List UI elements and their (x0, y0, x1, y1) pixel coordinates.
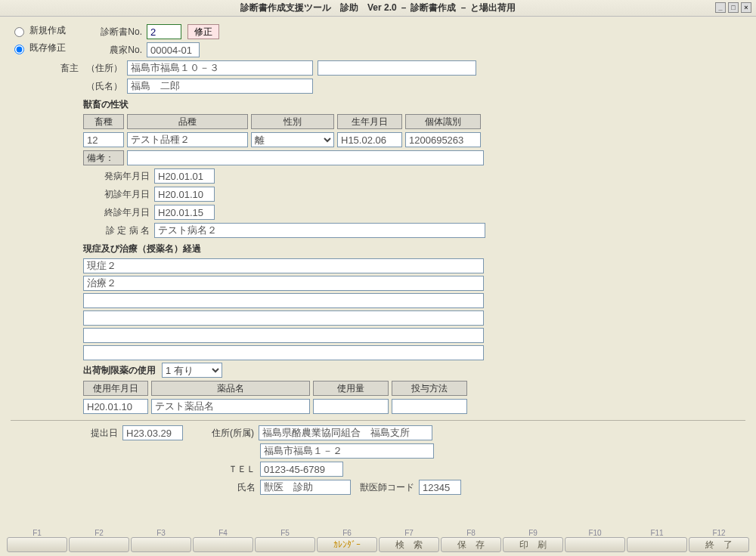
flabel: F1 (6, 529, 68, 537)
f2-button[interactable] (69, 537, 129, 552)
drug-name-input[interactable] (151, 399, 310, 414)
farmer-no-label: 農家No. (86, 44, 147, 57)
submit-tel-label: ＴＥＬ (184, 463, 260, 476)
owner-addr1-input[interactable] (127, 60, 313, 76)
footer: F1 F2 F3 F4 F5 F6 F7 F8 F9 F10 F11 F12 ｶ… (0, 529, 756, 556)
f9-print-button[interactable]: 印 刷 (503, 537, 563, 552)
submit-addr-label: 住所(所属) (183, 427, 259, 440)
flabel: F12 (688, 529, 750, 537)
submit-addr1-input[interactable] (259, 425, 432, 440)
first-input[interactable] (154, 187, 215, 202)
mode-new-label: 新規作成 (29, 24, 66, 37)
titlebar: 診断書作成支援ツール 診助 Ver 2.0 － 診断書作成 － と場出荷用 _ … (0, 0, 756, 17)
owner-label: 畜主 (11, 62, 83, 75)
diagnosis-input[interactable] (154, 223, 485, 238)
course-section-title: 現症及び治療（授薬名）経過 (83, 242, 745, 255)
maximize-icon[interactable]: □ (728, 2, 739, 13)
hdr-id: 個体識別 (405, 114, 481, 129)
onset-input[interactable] (154, 168, 215, 184)
owner-addr2-input[interactable] (318, 60, 476, 76)
minimize-icon[interactable]: _ (715, 2, 726, 13)
owner-name-input[interactable] (127, 79, 313, 94)
course-line-0[interactable] (83, 258, 484, 273)
f5-button[interactable] (255, 537, 315, 552)
hdr-drug-name: 薬品名 (151, 381, 310, 396)
flabel: F6 (316, 529, 378, 537)
close-icon[interactable]: × (741, 2, 751, 13)
owner-addr-label: （住所） (83, 62, 127, 75)
window-title: 診断書作成支援ツール 診助 Ver 2.0 － 診断書作成 － と場出荷用 (240, 2, 516, 14)
hdr-breed: 品種 (127, 114, 248, 129)
animal-breed-input[interactable] (127, 132, 248, 147)
course-line-1[interactable] (83, 276, 484, 291)
restricted-select[interactable]: 1 有り (162, 363, 222, 378)
flabel: F4 (192, 529, 254, 537)
hdr-method: 投与方法 (392, 381, 467, 396)
animal-remark-input[interactable] (127, 150, 484, 165)
animal-sex-select[interactable]: 離 (251, 132, 334, 147)
flabel: F9 (502, 529, 564, 537)
hdr-kind: 畜種 (83, 114, 124, 129)
flabel: F3 (130, 529, 192, 537)
mode-edit-label: 既存修正 (29, 42, 66, 54)
hdr-use-date: 使用年月日 (83, 381, 148, 396)
mode-edit-radio[interactable]: 既存修正 (11, 42, 86, 54)
flabel: F2 (68, 529, 130, 537)
f8-save-button[interactable]: 保 存 (441, 537, 501, 552)
flabel: F7 (378, 529, 440, 537)
submit-addr2-input[interactable] (260, 443, 434, 459)
f7-search-button[interactable]: 検 索 (379, 537, 439, 552)
hdr-sex: 性別 (251, 114, 334, 129)
mode-new-radio[interactable]: 新規作成 (11, 24, 86, 37)
animal-section-title: 獣畜の性状 (83, 98, 745, 111)
submit-name-label: 氏名 (184, 481, 260, 494)
flabel: F8 (440, 529, 502, 537)
f11-button[interactable] (627, 537, 687, 552)
flabel: F5 (254, 529, 316, 537)
flabel: F10 (564, 529, 626, 537)
course-line-5[interactable] (83, 345, 484, 360)
animal-id-input[interactable] (405, 132, 481, 147)
vetcode-label: 獣医師コード (351, 481, 419, 494)
diag-no-label: 診断書No. (86, 26, 147, 39)
submit-date-label: 提出日 (11, 427, 122, 440)
fix-button[interactable]: 修正 (187, 24, 219, 39)
course-line-3[interactable] (83, 310, 484, 326)
submit-tel-input[interactable] (260, 462, 343, 477)
mode-edit-input[interactable] (14, 45, 24, 54)
animal-kind-input[interactable] (83, 132, 124, 147)
f10-button[interactable] (565, 537, 625, 552)
course-line-2[interactable] (83, 293, 484, 308)
diagnosis-label: 診 定 病 名 (11, 224, 154, 237)
submit-date-input[interactable] (122, 425, 183, 440)
course-line-4[interactable] (83, 328, 484, 343)
last-label: 終診年月日 (11, 206, 154, 219)
flabel: F11 (626, 529, 688, 537)
last-input[interactable] (154, 205, 215, 220)
f3-button[interactable] (131, 537, 191, 552)
restricted-label: 出荷制限薬の使用 (83, 364, 156, 377)
drug-amount-input[interactable] (313, 399, 389, 414)
remark-label: 備考： (83, 150, 124, 165)
drug-method-input[interactable] (392, 399, 467, 414)
f12-exit-button[interactable]: 終 了 (689, 537, 749, 552)
mode-new-input[interactable] (14, 27, 24, 37)
hdr-amount: 使用量 (313, 381, 389, 396)
f1-button[interactable] (7, 537, 67, 552)
owner-name-label: （氏名） (83, 80, 127, 93)
animal-birth-input[interactable] (337, 132, 402, 147)
hdr-birth: 生年月日 (337, 114, 402, 129)
submit-name-input[interactable] (260, 480, 351, 495)
vetcode-input[interactable] (419, 480, 461, 495)
first-label: 初診年月日 (11, 188, 154, 201)
f4-button[interactable] (193, 537, 253, 552)
diag-no-input[interactable] (147, 24, 181, 39)
drug-date-input[interactable] (83, 399, 148, 414)
f6-calendar-button[interactable]: ｶﾚﾝﾀﾞｰ (317, 537, 377, 552)
farmer-no-input[interactable] (147, 42, 200, 57)
onset-label: 発病年月日 (11, 170, 154, 183)
